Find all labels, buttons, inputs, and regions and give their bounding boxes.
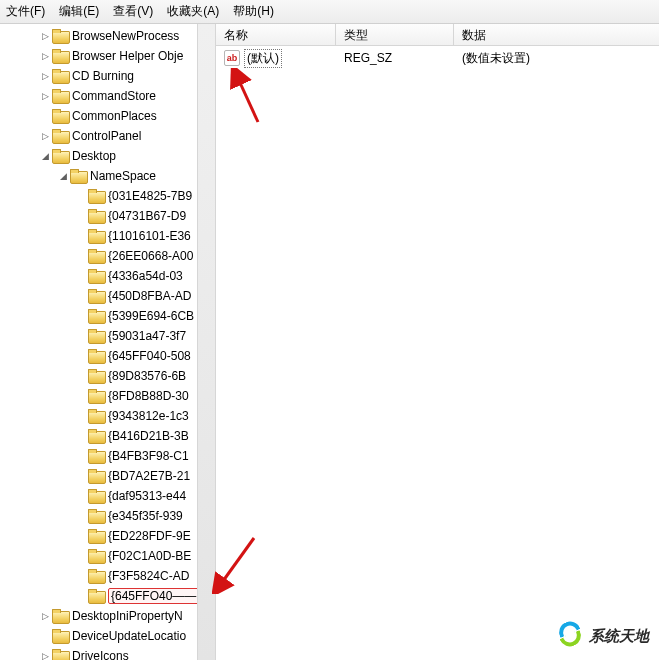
folder-icon [88, 489, 104, 503]
tree-node[interactable]: {26EE0668-A00 [2, 246, 215, 266]
folder-icon [88, 289, 104, 303]
tree-node[interactable]: {B416D21B-3B [2, 426, 215, 446]
tree-node[interactable]: ▷ControlPanel [2, 126, 215, 146]
tree-node-label: {645FFO40—— [108, 588, 199, 604]
tree-node-label: DeviceUpdateLocatio [72, 629, 186, 643]
folder-icon [88, 549, 104, 563]
tree-node-label: CommandStore [72, 89, 156, 103]
folder-icon [88, 209, 104, 223]
tree-node[interactable]: ▷DesktopIniPropertyN [2, 606, 215, 626]
tree-node[interactable]: {645FF040-508 [2, 346, 215, 366]
tree-node-label: Desktop [72, 149, 116, 163]
tree-node[interactable]: {B4FB3F98-C1 [2, 446, 215, 466]
tree-node[interactable]: {e345f35f-939 [2, 506, 215, 526]
tree-node-label: {ED228FDF-9E [108, 529, 191, 543]
expander-icon [74, 349, 88, 363]
menu-view[interactable]: 查看(V) [113, 3, 153, 20]
tree-node-label: {B416D21B-3B [108, 429, 189, 443]
tree-node[interactable]: {645FFO40—— [2, 586, 215, 606]
folder-icon [52, 609, 68, 623]
folder-icon [88, 249, 104, 263]
expander-icon[interactable]: ◢ [56, 169, 70, 183]
tree-node[interactable]: {450D8FBA-AD [2, 286, 215, 306]
expander-icon [38, 109, 52, 123]
column-type[interactable]: 类型 [336, 24, 454, 45]
watermark-logo-icon [559, 624, 583, 648]
expander-icon[interactable]: ▷ [38, 29, 52, 43]
tree-node[interactable]: {4336a54d-03 [2, 266, 215, 286]
tree-node[interactable]: ▷CD Burning [2, 66, 215, 86]
menu-file[interactable]: 文件(F) [6, 3, 45, 20]
tree-node-label: BrowseNewProcess [72, 29, 179, 43]
tree-node[interactable]: {BD7A2E7B-21 [2, 466, 215, 486]
expander-icon [74, 369, 88, 383]
expander-icon[interactable]: ▷ [38, 49, 52, 63]
tree-node[interactable]: ▷CommandStore [2, 86, 215, 106]
tree-node-label: {9343812e-1c3 [108, 409, 189, 423]
expander-icon [74, 209, 88, 223]
menu-help[interactable]: 帮助(H) [233, 3, 274, 20]
folder-icon [52, 109, 68, 123]
tree-node-label: {645FF040-508 [108, 349, 191, 363]
tree-node-label: {11016101-E36 [108, 229, 191, 243]
tree-node[interactable]: {11016101-E36 [2, 226, 215, 246]
expander-icon [74, 389, 88, 403]
tree-node-label: ControlPanel [72, 129, 141, 143]
folder-icon [52, 129, 68, 143]
expander-icon [74, 189, 88, 203]
folder-icon [88, 229, 104, 243]
expander-icon [74, 409, 88, 423]
expander-icon [74, 469, 88, 483]
expander-icon [74, 529, 88, 543]
expander-icon[interactable]: ▷ [38, 649, 52, 660]
tree-node-label: CommonPlaces [72, 109, 157, 123]
expander-icon [74, 229, 88, 243]
folder-icon [88, 469, 104, 483]
tree-node[interactable]: {ED228FDF-9E [2, 526, 215, 546]
tree-node-label: {59031a47-3f7 [108, 329, 186, 343]
expander-icon[interactable]: ▷ [38, 89, 52, 103]
list-row[interactable]: ab (默认) REG_SZ (数值未设置) [216, 48, 659, 68]
tree-node[interactable]: ▷BrowseNewProcess [2, 26, 215, 46]
tree-node-label: {F02C1A0D-BE [108, 549, 191, 563]
expander-icon[interactable]: ▷ [38, 69, 52, 83]
tree-node[interactable]: ▷DriveIcons [2, 646, 215, 660]
tree-node[interactable]: {04731B67-D9 [2, 206, 215, 226]
column-data[interactable]: 数据 [454, 24, 659, 45]
tree-node[interactable]: {F3F5824C-AD [2, 566, 215, 586]
tree-node-label: Browser Helper Obje [72, 49, 183, 63]
tree-node[interactable]: ▷Browser Helper Obje [2, 46, 215, 66]
tree-node[interactable]: {89D83576-6B [2, 366, 215, 386]
folder-icon [88, 589, 104, 603]
expander-icon[interactable]: ▷ [38, 609, 52, 623]
folder-icon [88, 369, 104, 383]
tree-node[interactable]: ◢Desktop [2, 146, 215, 166]
menu-edit[interactable]: 编辑(E) [59, 3, 99, 20]
list-pane: 名称 类型 数据 ab (默认) REG_SZ (数值未设置) [216, 24, 659, 660]
tree-node[interactable]: ◢NameSpace [2, 166, 215, 186]
folder-icon [88, 269, 104, 283]
watermark: 系统天地 [559, 624, 649, 648]
tree-node[interactable]: DeviceUpdateLocatio [2, 626, 215, 646]
registry-tree[interactable]: ▷BrowseNewProcess▷Browser Helper Obje▷CD… [0, 24, 215, 660]
tree-node[interactable]: {9343812e-1c3 [2, 406, 215, 426]
value-name: (默认) [244, 49, 282, 68]
expander-icon[interactable]: ▷ [38, 129, 52, 143]
tree-node-label: {89D83576-6B [108, 369, 186, 383]
expander-icon [74, 289, 88, 303]
tree-node[interactable]: {F02C1A0D-BE [2, 546, 215, 566]
expander-icon[interactable]: ◢ [38, 149, 52, 163]
tree-node[interactable]: {8FD8B88D-30 [2, 386, 215, 406]
tree-node[interactable]: {031E4825-7B9 [2, 186, 215, 206]
menu-bar: 文件(F) 编辑(E) 查看(V) 收藏夹(A) 帮助(H) [0, 0, 659, 24]
expander-icon [74, 309, 88, 323]
watermark-text: 系统天地 [589, 627, 649, 646]
tree-node-label: DriveIcons [72, 649, 129, 660]
string-value-icon: ab [224, 50, 240, 66]
menu-favorites[interactable]: 收藏夹(A) [167, 3, 219, 20]
column-name[interactable]: 名称 [216, 24, 336, 45]
tree-node[interactable]: {59031a47-3f7 [2, 326, 215, 346]
tree-node[interactable]: {daf95313-e44 [2, 486, 215, 506]
tree-node[interactable]: {5399E694-6CB [2, 306, 215, 326]
tree-node[interactable]: CommonPlaces [2, 106, 215, 126]
